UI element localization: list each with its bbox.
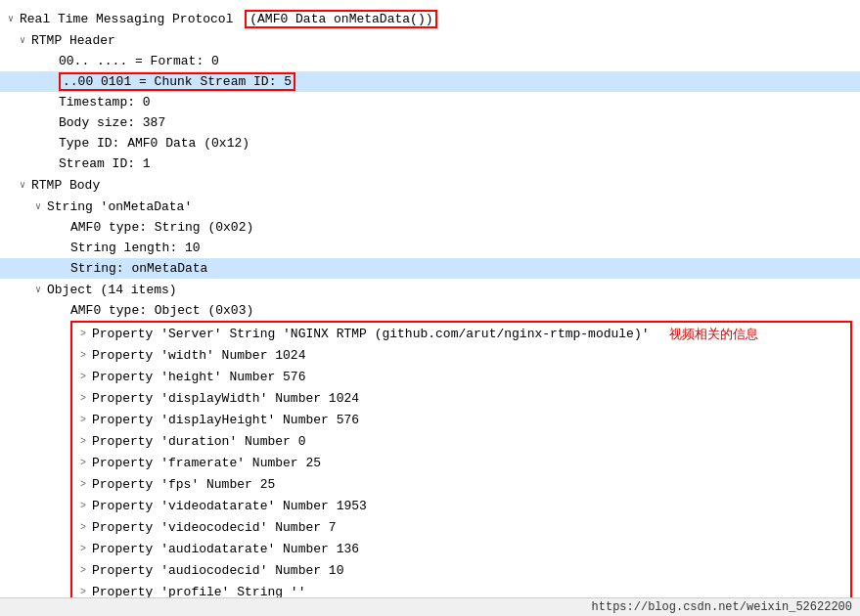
field-bodysize-text: Body size: 387	[59, 113, 860, 132]
rtmp-toggle[interactable]	[8, 9, 20, 28]
field-format-row: 00.. .... = Format: 0	[0, 51, 860, 71]
rtmp-root-row[interactable]: Real Time Messaging Protocol (AMF0 Data …	[0, 8, 860, 29]
object-label: Object (14 items)	[47, 281, 860, 299]
rtmp-header-label: RTMP Header	[31, 31, 860, 50]
prop-duration-text: Property 'duration' Number 0	[92, 432, 305, 451]
amf0-type-string-row: AMF0 type: String (0x02)	[0, 217, 860, 238]
field-chunkstream-text: ..00 0101 = Chunk Stream ID: 5	[59, 72, 860, 91]
prop-videodatarate-text: Property 'videodatarate' Number 1953	[92, 497, 367, 515]
rtmp-root-label: Real Time Messaging Protocol (AMF0 Data …	[20, 10, 860, 28]
amf0-type-object-text: AMF0 type: Object (0x03)	[70, 301, 860, 320]
amf0-annotation-box: (AMF0 Data onMetaData())	[245, 10, 437, 28]
prop-framerate-row[interactable]: Property 'framerate' Number 25	[72, 452, 850, 473]
field-bodysize-row: Body size: 387	[0, 112, 860, 133]
prop-height-text: Property 'height' Number 576	[92, 368, 305, 386]
field-format-text: 00.. .... = Format: 0	[59, 52, 860, 70]
field-timestamp-row: Timestamp: 0	[0, 92, 860, 112]
object-toggle[interactable]	[35, 280, 47, 299]
prop-displaywidth-text: Property 'displayWidth' Number 1024	[92, 389, 359, 408]
prop-audiocodecid-text: Property 'audiocodecid' Number 10	[92, 561, 343, 580]
prop-displaywidth-toggle[interactable]	[80, 388, 92, 408]
field-typeid-row: Type ID: AMF0 Data (0x12)	[0, 133, 860, 154]
prop-videocodecid-text: Property 'videocodecid' Number 7	[92, 518, 337, 537]
body-toggle[interactable]	[20, 175, 31, 195]
prop-audiocodecid-row[interactable]: Property 'audiocodecid' Number 10	[72, 559, 850, 581]
prop-duration-toggle[interactable]	[80, 431, 92, 451]
prop-audiodatarate-toggle[interactable]	[80, 539, 92, 558]
field-timestamp-text: Timestamp: 0	[59, 93, 860, 111]
prop-width-row[interactable]: Property 'width' Number 1024	[72, 344, 850, 366]
rtmp-body-row[interactable]: RTMP Body	[0, 174, 860, 196]
prop-fps-row[interactable]: Property 'fps' Number 25	[72, 473, 850, 495]
prop-server-toggle[interactable]	[80, 324, 92, 343]
chunk-stream-box: ..00 0101 = Chunk Stream ID: 5	[59, 72, 295, 91]
prop-width-toggle[interactable]	[80, 345, 92, 365]
string-toggle[interactable]	[35, 197, 47, 216]
prop-displayheight-text: Property 'displayHeight' Number 576	[92, 411, 359, 429]
bottom-right: https://blog.csdn.net/weixin_52622200	[592, 600, 852, 614]
prop-displayheight-row[interactable]: Property 'displayHeight' Number 576	[72, 409, 850, 430]
prop-server-row[interactable]: Property 'Server' String 'NGINX RTMP (gi…	[72, 323, 850, 344]
rtmp-body-label: RTMP Body	[31, 176, 860, 195]
prop-framerate-text: Property 'framerate' Number 25	[92, 454, 321, 472]
field-typeid-text: Type ID: AMF0 Data (0x12)	[59, 134, 860, 153]
bottom-bar: https://blog.csdn.net/weixin_52622200	[0, 597, 860, 616]
string-value-row: String: onMetaData	[0, 258, 860, 279]
video-annotation: 视频相关的信息	[669, 325, 758, 343]
string-length-text: String length: 10	[70, 239, 860, 257]
object-row[interactable]: Object (14 items)	[0, 279, 860, 300]
prop-server-text: Property 'Server' String 'NGINX RTMP (gi…	[92, 325, 650, 343]
prop-audiodatarate-row[interactable]: Property 'audiodatarate' Number 136	[72, 538, 850, 559]
packet-detail-tree: Real Time Messaging Protocol (AMF0 Data …	[0, 0, 860, 616]
prop-videocodecid-toggle[interactable]	[80, 517, 92, 537]
header-toggle[interactable]	[20, 30, 31, 50]
string-onmetadata-row[interactable]: String 'onMetaData'	[0, 196, 860, 217]
prop-videodatarate-row[interactable]: Property 'videodatarate' Number 1953	[72, 495, 850, 516]
prop-videocodecid-row[interactable]: Property 'videocodecid' Number 7	[72, 516, 850, 538]
string-value-text: String: onMetaData	[70, 259, 860, 278]
prop-audiocodecid-toggle[interactable]	[80, 560, 92, 580]
field-streamid-row: Stream ID: 1	[0, 154, 860, 174]
prop-duration-row[interactable]: Property 'duration' Number 0	[72, 430, 850, 452]
rtmp-header-row[interactable]: RTMP Header	[0, 29, 860, 51]
prop-displaywidth-row[interactable]: Property 'displayWidth' Number 1024	[72, 387, 850, 409]
properties-block: Property 'Server' String 'NGINX RTMP (gi…	[70, 321, 852, 616]
prop-videodatarate-toggle[interactable]	[80, 496, 92, 515]
field-streamid-text: Stream ID: 1	[59, 154, 860, 173]
prop-width-text: Property 'width' Number 1024	[92, 346, 305, 365]
prop-audiodatarate-text: Property 'audiodatarate' Number 136	[92, 540, 359, 558]
prop-displayheight-toggle[interactable]	[80, 410, 92, 429]
field-chunkstream-row: ..00 0101 = Chunk Stream ID: 5	[0, 71, 860, 92]
amf0-type-string-text: AMF0 type: String (0x02)	[70, 218, 860, 237]
prop-fps-toggle[interactable]	[80, 474, 92, 494]
prop-framerate-toggle[interactable]	[80, 453, 92, 472]
prop-height-toggle[interactable]	[80, 367, 92, 386]
amf0-type-object-row: AMF0 type: Object (0x03)	[0, 300, 860, 321]
prop-height-row[interactable]: Property 'height' Number 576	[72, 366, 850, 387]
string-label: String 'onMetaData'	[47, 198, 860, 216]
string-length-row: String length: 10	[0, 238, 860, 258]
prop-fps-text: Property 'fps' Number 25	[92, 475, 275, 494]
